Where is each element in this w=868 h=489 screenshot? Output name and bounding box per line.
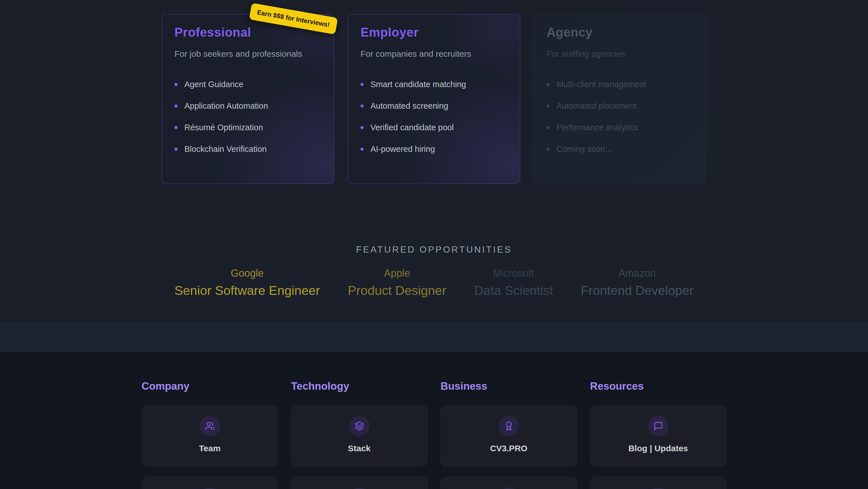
footer-card-cutoff[interactable] — [590, 477, 726, 489]
plan-feature: Automated screening — [361, 101, 507, 111]
featured-company: Microsoft — [474, 267, 553, 279]
featured-item-microsoft[interactable]: Microsoft Data Scientist — [474, 267, 553, 298]
bullet-dot-icon — [175, 148, 178, 151]
footer-heading: Technology — [291, 380, 428, 392]
icon-badge — [648, 487, 669, 489]
bullet-dot-icon — [361, 105, 364, 108]
plan-feature-label: Multi-client management — [557, 80, 646, 89]
footer-card-label: CV3.PRO — [490, 443, 528, 453]
featured-role: Data Scientist — [474, 283, 553, 298]
footer-card-label: Team — [199, 443, 220, 453]
plan-feature-label: Verified candidate pool — [370, 123, 454, 132]
featured-title: FEATURED OPPORTUNITIES — [0, 244, 868, 255]
plan-feature: Automated placement — [547, 101, 693, 111]
featured-company: Amazon — [581, 267, 693, 279]
plan-feature: Performance analytics — [547, 123, 693, 132]
plan-feature: Agent Guidance — [175, 80, 321, 89]
footer-card-label: Blog | Updates — [628, 443, 688, 453]
icon-badge — [648, 416, 669, 436]
award-icon — [504, 421, 514, 431]
footer-card-label: Stack — [348, 443, 370, 453]
plan-feature-label: Coming soon... — [557, 144, 612, 154]
footer-heading: Resources — [590, 380, 726, 392]
plan-title: Agency — [547, 25, 693, 39]
bullet-dot-icon — [361, 126, 364, 129]
bullet-dot-icon — [361, 148, 364, 151]
plan-feature-label: Smart candidate matching — [370, 80, 466, 89]
users-icon — [205, 421, 215, 431]
plan-feature: Multi-client management — [547, 80, 693, 89]
plan-feature: AI-powered hiring — [361, 144, 507, 154]
footer-card-cutoff[interactable] — [440, 477, 577, 489]
plan-feature-label: Résumé Optimization — [184, 123, 263, 132]
featured-item-amazon[interactable]: Amazon Frontend Developer — [581, 267, 693, 298]
plan-feature: Smart candidate matching — [361, 80, 507, 89]
footer-card-stack[interactable]: Stack — [291, 405, 428, 467]
plan-card-professional[interactable]: Professional For job seekers and profess… — [162, 14, 334, 184]
footer-card-team[interactable]: Team — [142, 405, 278, 467]
bullet-dot-icon — [547, 126, 550, 129]
plans-section: Earn $$$ for Interviews! Professional Fo… — [0, 0, 868, 211]
plan-feature: Coming soon... — [547, 144, 693, 154]
featured-item-apple[interactable]: Apple Product Designer — [348, 267, 446, 298]
bullet-dot-icon — [547, 148, 550, 151]
featured-row: Google Senior Software Engineer Apple Pr… — [0, 267, 868, 298]
bullet-dot-icon — [175, 105, 178, 108]
footer-card-blog[interactable]: Blog | Updates — [590, 405, 726, 467]
plan-feature-label: AI-powered hiring — [370, 144, 435, 154]
footer-heading: Business — [440, 380, 577, 392]
footer-card-cutoff[interactable] — [291, 477, 428, 489]
plan-feature-label: Agent Guidance — [184, 80, 243, 89]
icon-badge — [349, 416, 370, 436]
plan-card-agency: Agency For staffing agencies Multi-clien… — [534, 14, 706, 184]
featured-item-google[interactable]: Google Senior Software Engineer — [175, 267, 320, 298]
footer-heading: Company — [142, 380, 278, 392]
plan-subtitle: For job seekers and professionals — [175, 49, 321, 59]
bullet-dot-icon — [175, 83, 178, 86]
bullet-dot-icon — [547, 83, 550, 86]
site-footer: Company Team Technology — [0, 352, 868, 489]
plan-feature-label: Application Automation — [184, 101, 268, 111]
message-square-icon — [654, 421, 663, 431]
featured-opportunities-section: FEATURED OPPORTUNITIES Google Senior Sof… — [0, 211, 868, 324]
featured-company: Apple — [348, 267, 446, 279]
plan-subtitle: For companies and recruiters — [361, 49, 507, 59]
featured-role: Frontend Developer — [581, 283, 693, 298]
icon-badge — [349, 487, 370, 489]
plan-feature: Application Automation — [175, 101, 321, 111]
plan-feature: Blockchain Verification — [175, 144, 321, 154]
plan-feature-list: Agent Guidance Application Automation Ré… — [175, 80, 321, 154]
icon-badge — [200, 416, 220, 436]
icon-badge — [499, 487, 519, 489]
plan-feature-list: Smart candidate matching Automated scree… — [361, 80, 507, 154]
plan-feature-label: Automated screening — [370, 101, 448, 111]
footer-column-resources: Resources Blog | Updates — [590, 380, 726, 489]
footer-grid: Company Team Technology — [142, 380, 726, 489]
plan-feature-label: Automated placement — [557, 101, 637, 111]
plans-row: Professional For job seekers and profess… — [0, 0, 868, 184]
featured-company: Google — [175, 267, 320, 279]
plan-feature-label: Blockchain Verification — [184, 144, 267, 154]
plan-feature: Verified candidate pool — [361, 123, 507, 132]
plan-card-employer[interactable]: Employer For companies and recruiters Sm… — [348, 14, 520, 184]
plan-title: Employer — [361, 25, 507, 39]
footer-top-strip — [0, 324, 868, 352]
featured-role: Senior Software Engineer — [175, 283, 320, 298]
footer-column-company: Company Team — [142, 380, 278, 489]
footer-card-cutoff[interactable] — [142, 477, 278, 489]
plan-feature-list: Multi-client management Automated placem… — [547, 80, 693, 154]
footer-column-business: Business CV3.PRO — [440, 380, 577, 489]
icon-badge — [200, 487, 220, 489]
bullet-dot-icon — [361, 83, 364, 86]
icon-badge — [499, 416, 519, 436]
plan-feature: Résumé Optimization — [175, 123, 321, 132]
plan-subtitle: For staffing agencies — [547, 49, 693, 59]
plan-feature-label: Performance analytics — [557, 123, 638, 132]
footer-card-cv3pro[interactable]: CV3.PRO — [440, 405, 577, 467]
layers-icon — [354, 421, 364, 431]
footer-column-technology: Technology Stack — [291, 380, 428, 489]
bullet-dot-icon — [175, 126, 178, 129]
featured-role: Product Designer — [348, 283, 446, 298]
bullet-dot-icon — [547, 105, 550, 108]
